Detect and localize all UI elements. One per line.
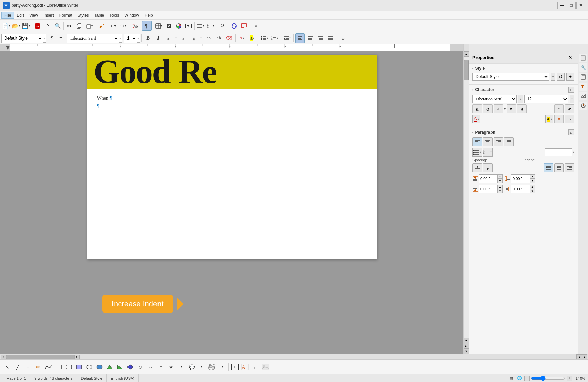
hscroll-right[interactable]: ▸	[74, 355, 80, 359]
filled-ellipse-tool[interactable]	[95, 362, 104, 372]
style-section-header[interactable]: ▪ Style	[472, 66, 574, 71]
align-right-toolbar[interactable]	[316, 33, 325, 43]
spacing-below-inc[interactable]: ▲	[497, 185, 503, 189]
more-toolbar1[interactable]: »	[251, 21, 261, 31]
hscroll-prev-page[interactable]: ◂	[576, 354, 582, 360]
menu-file[interactable]: File	[1, 12, 14, 19]
align-left-toolbar[interactable]	[295, 33, 305, 43]
refresh-style-button[interactable]: ↺	[557, 73, 565, 81]
char-section-expand[interactable]: □	[568, 87, 574, 93]
new-style-prop-button[interactable]: ✦	[566, 73, 574, 81]
char-bold[interactable]: a	[472, 104, 482, 113]
star-combo[interactable]: ▾	[177, 362, 186, 372]
para-align-justify[interactable]	[504, 137, 514, 146]
unordered-list-btn[interactable]: ▾	[260, 33, 269, 43]
right-triangle-tool[interactable]	[115, 362, 125, 372]
zoom-in[interactable]: +	[567, 376, 572, 381]
indent-before-dec[interactable]: ▼	[530, 179, 535, 183]
char-clearformat[interactable]: a	[554, 115, 564, 123]
spacing-above-dec[interactable]: ▼	[497, 179, 503, 183]
textbox-draw-tool[interactable]: T	[230, 362, 240, 372]
curve-tool[interactable]	[44, 362, 53, 372]
decrease-indent-toolbar[interactable]: ▾	[283, 33, 292, 43]
font-color-button[interactable]: A ▾	[237, 33, 246, 43]
insert-link-button[interactable]	[229, 21, 239, 31]
diamond-tool[interactable]	[125, 362, 135, 372]
char-subscript[interactable]: a₂	[565, 104, 574, 113]
case-button1[interactable]: ab	[204, 33, 213, 43]
char-underline-drop[interactable]: a	[494, 104, 503, 113]
char-strikethrough[interactable]: a	[507, 104, 516, 113]
new-style-button[interactable]: ↺	[47, 34, 56, 43]
insert-chart-button[interactable]	[174, 21, 183, 31]
double-arrow-combo[interactable]: ▾	[156, 362, 166, 372]
scroll-thumb[interactable]	[464, 60, 469, 80]
spacing-above-inc[interactable]: ▲	[497, 174, 503, 179]
underline-combo[interactable]: ▾	[174, 33, 178, 43]
case-button2[interactable]: ab	[214, 33, 224, 43]
callout-tool[interactable]: 💬	[187, 362, 196, 372]
indent-after-inc[interactable]: ▲	[530, 185, 535, 189]
crop-tool[interactable]	[251, 362, 260, 372]
indent-after-input[interactable]	[511, 185, 530, 193]
menu-window[interactable]: Window	[122, 12, 142, 18]
ordered-list-btn[interactable]: 1.2. ▾	[270, 33, 280, 43]
spacing-below-btn[interactable]	[483, 163, 493, 172]
filled-rect-tool[interactable]	[74, 362, 84, 372]
spacing-below-dec[interactable]: ▼	[497, 189, 503, 193]
char-font-dropdown[interactable]: Liberation Serif	[472, 95, 517, 103]
insert-image-button[interactable]: 🖼	[164, 21, 174, 31]
font-size-selector[interactable]: 12	[124, 34, 137, 43]
para-align-center[interactable]	[483, 137, 493, 146]
menu-tools[interactable]: Tools	[107, 12, 122, 18]
paste-button[interactable]: ▾	[85, 21, 94, 31]
vertical-scrollbar[interactable]: ▲ ◂ ▸ ▼	[463, 51, 469, 354]
paragraph-when[interactable]: When:¶	[97, 96, 366, 101]
font-selector[interactable]: Liberation Serif	[67, 34, 119, 43]
print-preview-button[interactable]: 🔍	[53, 21, 62, 31]
navigator-icon[interactable]	[579, 73, 587, 81]
formatting-marks-button[interactable]: ¶	[142, 21, 152, 31]
char-superscript[interactable]: a²	[554, 104, 564, 113]
horizontal-scrollbar[interactable]: ◂ ▸ ◂ ▸	[0, 354, 588, 359]
insert-list-button[interactable]: ▾	[196, 21, 205, 31]
spacing-above-input[interactable]	[479, 174, 497, 183]
para-unordered-list[interactable]: ▾	[472, 148, 482, 157]
underline-button[interactable]: a	[164, 33, 173, 43]
menu-insert[interactable]: Insert	[41, 12, 57, 18]
scroll-down-button[interactable]: ▼	[464, 349, 469, 354]
highlight-color-button[interactable]: a ▾	[247, 33, 257, 43]
insert-table-button[interactable]: ▾	[154, 21, 164, 31]
spacing-below-input[interactable]	[479, 185, 497, 193]
scroll-page-up[interactable]: ◂	[464, 338, 469, 343]
decrease-indent-button[interactable]	[554, 163, 564, 172]
redo-button[interactable]: ↪▾	[118, 21, 128, 31]
insert-fontwork[interactable]: A	[240, 362, 250, 372]
print-button[interactable]: 🖨	[43, 21, 52, 31]
minimize-button[interactable]: —	[557, 2, 566, 9]
pencil-tool[interactable]: ✏	[33, 362, 43, 372]
cut-button[interactable]: ✂	[65, 21, 74, 31]
group-tool[interactable]	[207, 362, 217, 372]
spacing-above-btn[interactable]	[472, 163, 482, 172]
star-tool[interactable]: ★	[166, 362, 176, 372]
shadow-button[interactable]: a	[189, 33, 198, 43]
para-align-right[interactable]	[494, 137, 503, 146]
format-icon[interactable]: T	[579, 83, 587, 91]
align-center-toolbar[interactable]	[305, 33, 315, 43]
smiley-tool[interactable]: ☺	[136, 362, 145, 372]
select-tool[interactable]: ↖	[3, 362, 12, 372]
export-pdf-button[interactable]: PDF	[33, 21, 43, 31]
scroll-page-down[interactable]: ▸	[464, 343, 469, 349]
undo-button[interactable]: ↩▾	[108, 21, 118, 31]
hanging-indent-button[interactable]	[565, 163, 574, 172]
paragraph-empty[interactable]: ¶	[97, 104, 366, 109]
insert-numlist-button[interactable]: 1.2. ▾	[206, 21, 215, 31]
triangle-tool[interactable]	[105, 362, 115, 372]
para-ordered-list[interactable]: 1.2. ▾	[483, 148, 493, 157]
page-content[interactable]: When:¶ ¶	[87, 89, 377, 119]
close-properties-button[interactable]: ✕	[566, 53, 574, 61]
zoom-slider[interactable]	[531, 376, 565, 380]
style-dropdown[interactable]: Default Style	[472, 73, 549, 81]
style-more-button[interactable]: ≡	[56, 34, 65, 43]
